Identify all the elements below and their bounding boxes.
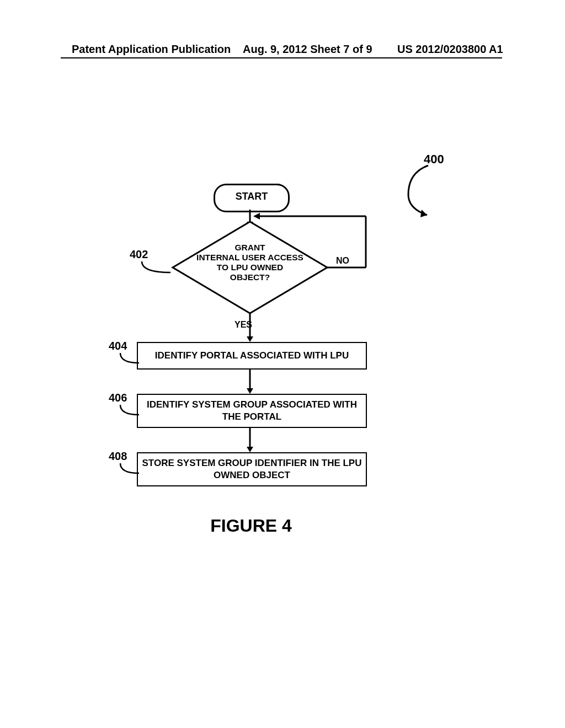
step-406-text: IDENTIFY SYSTEM GROUP ASSOCIATED WITH TH… bbox=[138, 399, 366, 423]
header-rule bbox=[61, 57, 502, 58]
no-loop-path bbox=[250, 214, 371, 275]
step-406: IDENTIFY SYSTEM GROUP ASSOCIATED WITH TH… bbox=[137, 394, 367, 428]
ref-402: 402 bbox=[130, 248, 148, 261]
ref-402-lead bbox=[141, 260, 172, 277]
step-404-text: IDENTIFY PORTAL ASSOCIATED WITH LPU bbox=[155, 350, 349, 362]
arrow-404-to-406 bbox=[248, 368, 253, 396]
start-node: START bbox=[214, 184, 290, 212]
header-mid: Aug. 9, 2012 Sheet 7 of 9 bbox=[243, 43, 372, 56]
step-408-text: STORE SYSTEM GROUP IDENTIFIER IN THE LPU… bbox=[138, 457, 366, 481]
arrow-decision-to-404 bbox=[248, 313, 253, 345]
ref-406-lead bbox=[119, 404, 141, 418]
svg-marker-9 bbox=[247, 336, 253, 342]
header-right: US 2012/0203800 A1 bbox=[397, 43, 503, 56]
ref-406: 406 bbox=[109, 392, 127, 404]
svg-marker-11 bbox=[247, 388, 253, 394]
svg-marker-7 bbox=[253, 213, 260, 220]
ref-404-lead bbox=[119, 352, 141, 366]
ref-408-lead bbox=[119, 462, 141, 477]
figure-400: 400 START GRANT INTERNAL USER ACCESS TO … bbox=[110, 154, 469, 552]
step-408: STORE SYSTEM GROUP IDENTIFIER IN THE LPU… bbox=[137, 452, 367, 486]
svg-marker-13 bbox=[247, 447, 253, 452]
svg-marker-0 bbox=[420, 210, 427, 217]
arrow-406-to-408 bbox=[248, 427, 253, 454]
header-left: Patent Application Publication bbox=[72, 43, 231, 56]
ref-408: 408 bbox=[109, 450, 127, 463]
figure-ref-arrow bbox=[403, 164, 447, 220]
figure-caption: FIGURE 4 bbox=[110, 516, 392, 536]
ref-404: 404 bbox=[109, 340, 127, 352]
step-404: IDENTIFY PORTAL ASSOCIATED WITH LPU bbox=[137, 342, 367, 370]
